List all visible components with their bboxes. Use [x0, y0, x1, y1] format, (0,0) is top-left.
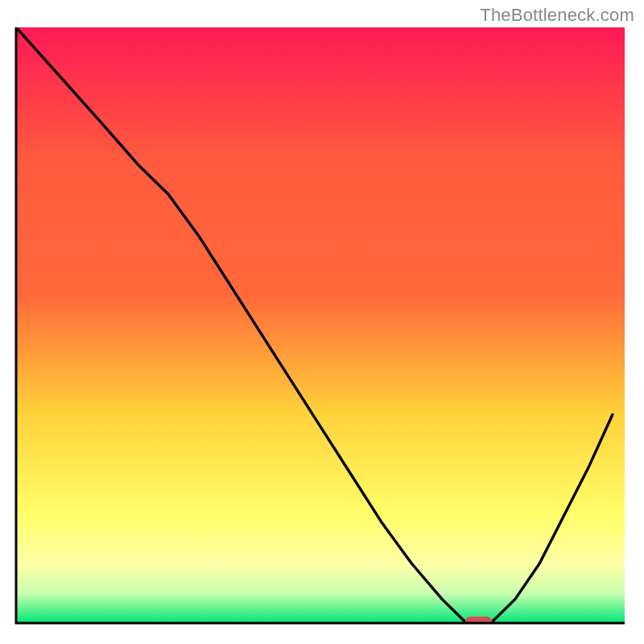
watermark-label: TheBottleneck.com: [480, 5, 634, 26]
chart-container: TheBottleneck.com: [0, 0, 644, 644]
bottleneck-chart: [0, 0, 644, 644]
heat-gradient-background: [16, 27, 625, 623]
